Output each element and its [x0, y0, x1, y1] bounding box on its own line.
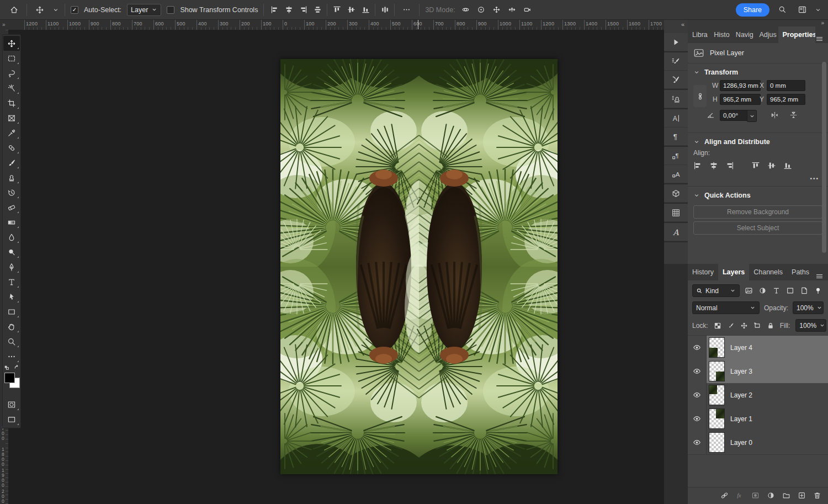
type-tool[interactable] — [3, 274, 20, 289]
filter-shape-button[interactable] — [786, 287, 794, 295]
more-options-button[interactable] — [399, 3, 413, 17]
panel-menu-icon[interactable] — [815, 272, 828, 280]
layer-thumbnail[interactable] — [709, 432, 725, 453]
filter-pixel-button[interactable] — [745, 287, 753, 295]
layer-row[interactable]: Layer 0 — [688, 431, 828, 455]
props-tab-properties[interactable]: Properties — [778, 26, 815, 43]
fill-field[interactable]: 100% — [795, 319, 826, 332]
panel-brushes-button[interactable] — [664, 71, 688, 89]
layer-filter-kind-dropdown[interactable]: Kind — [692, 284, 740, 297]
lock-pixels-button[interactable] — [727, 322, 735, 330]
align-top-button[interactable] — [751, 161, 760, 170]
layer-row[interactable]: Layer 3 — [688, 359, 828, 384]
trash-button[interactable] — [813, 491, 821, 500]
auto-select-target-dropdown[interactable]: Layer — [127, 4, 161, 16]
zoom-tool[interactable] — [3, 334, 20, 349]
clone-stamp-tool[interactable] — [3, 170, 20, 185]
panel-paragraph-styles-button[interactable]: ¶ — [664, 147, 688, 165]
screen-mode-button[interactable] — [3, 412, 20, 427]
lock-all-button[interactable] — [767, 322, 774, 330]
healing-tool[interactable] — [3, 140, 20, 155]
align-right-button[interactable] — [298, 3, 308, 17]
lock-transparent-button[interactable] — [714, 322, 721, 330]
blur-tool[interactable] — [3, 230, 20, 245]
height-field[interactable]: 965,2 mm — [720, 94, 761, 105]
align-top-button[interactable] — [332, 3, 342, 17]
flip-vertical-icon[interactable] — [789, 111, 798, 119]
layers-tab-history[interactable]: History — [688, 264, 718, 280]
layer-visibility-toggle[interactable] — [688, 336, 707, 359]
home-button[interactable] — [7, 3, 21, 17]
panel-actions-play-button[interactable] — [664, 33, 688, 51]
hand-tool[interactable] — [3, 319, 20, 334]
panel-menu-icon[interactable] — [815, 35, 828, 43]
default-colors-icon[interactable] — [4, 365, 10, 371]
adj-new-button[interactable] — [767, 491, 775, 500]
show-transform-checkbox[interactable] — [167, 6, 174, 14]
dock-collapse-icon[interactable]: « — [681, 21, 683, 28]
layer-visibility-toggle[interactable] — [688, 383, 707, 407]
workspace-button[interactable] — [795, 3, 809, 17]
angle-dropdown-button[interactable] — [747, 110, 757, 122]
align-middle-v-button[interactable] — [767, 161, 776, 170]
crop-tool[interactable] — [3, 96, 20, 110]
layer-name[interactable]: Layer 0 — [730, 439, 752, 447]
filter-adj-button[interactable] — [758, 287, 767, 295]
panel-character-button[interactable]: A — [664, 109, 688, 128]
props-tab-histo[interactable]: Histo — [709, 26, 731, 43]
path-select-tool[interactable] — [3, 289, 20, 304]
flip-horizontal-icon[interactable] — [771, 111, 779, 119]
share-button[interactable]: Share — [736, 3, 769, 17]
layers-tab-layers[interactable]: Layers — [718, 264, 749, 280]
panel-cube3d-button[interactable] — [664, 184, 688, 203]
frame-tool[interactable] — [3, 110, 20, 125]
align-left-button[interactable] — [693, 161, 702, 170]
y-field[interactable]: 965,2 mm — [767, 94, 805, 105]
quick-select-tool[interactable] — [3, 81, 20, 96]
layer-name[interactable]: Layer 2 — [730, 391, 752, 399]
transform-section-header[interactable]: Transform — [688, 63, 828, 79]
rect-shape-tool[interactable] — [3, 304, 20, 319]
layers-tab-channels[interactable]: Channels — [749, 264, 787, 280]
panel-paragraph-button[interactable]: ¶ — [664, 128, 688, 146]
chevron-down-icon[interactable] — [52, 7, 59, 13]
layer-visibility-toggle[interactable] — [688, 359, 707, 383]
properties-scrollbar[interactable] — [822, 62, 826, 253]
props-tab-navig[interactable]: Navig — [731, 26, 755, 43]
opacity-field[interactable]: 100% — [793, 301, 824, 314]
filter-type-button[interactable] — [772, 287, 781, 295]
filter-toggle-icon[interactable] — [814, 287, 822, 295]
horizontal-ruler[interactable]: » 12001100100090080070060050040030020010… — [0, 20, 664, 30]
panels-collapse-icon[interactable]: » — [821, 20, 824, 26]
layers-tab-paths[interactable]: Paths — [787, 264, 814, 280]
move-tool-preset-button[interactable] — [33, 3, 47, 17]
quick-mask-button[interactable] — [3, 397, 20, 412]
width-field[interactable]: 1286,93 mm — [720, 80, 761, 91]
layer-name[interactable]: Layer 3 — [730, 368, 752, 375]
layer-name[interactable]: Layer 1 — [730, 415, 752, 423]
panel-grid-panel-button[interactable] — [664, 204, 688, 222]
layer-thumbnail[interactable] — [709, 361, 725, 381]
filter-smart-button[interactable] — [800, 287, 808, 295]
move-tool[interactable] — [3, 36, 20, 51]
link-button[interactable] — [720, 491, 729, 500]
constrain-proportions-button[interactable] — [693, 85, 707, 107]
panel-clone-source-button[interactable] — [664, 90, 688, 108]
lock-artboard-button[interactable] — [753, 322, 761, 330]
chevron-down-icon[interactable] — [815, 7, 821, 13]
layer-visibility-toggle[interactable] — [688, 431, 707, 454]
align-bottom-button[interactable] — [360, 3, 370, 17]
auto-select-checkbox[interactable]: ✓ — [71, 6, 78, 14]
eraser-tool[interactable] — [3, 200, 20, 215]
props-tab-libra[interactable]: Libra — [688, 26, 709, 43]
align-bottom-button[interactable] — [783, 161, 792, 170]
layer-visibility-toggle[interactable] — [688, 407, 707, 431]
swap-colors-icon[interactable] — [13, 364, 20, 370]
align-right-button[interactable] — [725, 161, 734, 170]
ruler-collapse-icon[interactable]: » — [2, 22, 5, 28]
x-field[interactable]: 0 mm — [767, 80, 805, 91]
select-subject-button[interactable]: Select Subject — [693, 221, 822, 235]
distribute-v-button[interactable] — [380, 3, 390, 17]
gradient-tool[interactable] — [3, 215, 20, 230]
lasso-tool[interactable] — [3, 66, 20, 81]
